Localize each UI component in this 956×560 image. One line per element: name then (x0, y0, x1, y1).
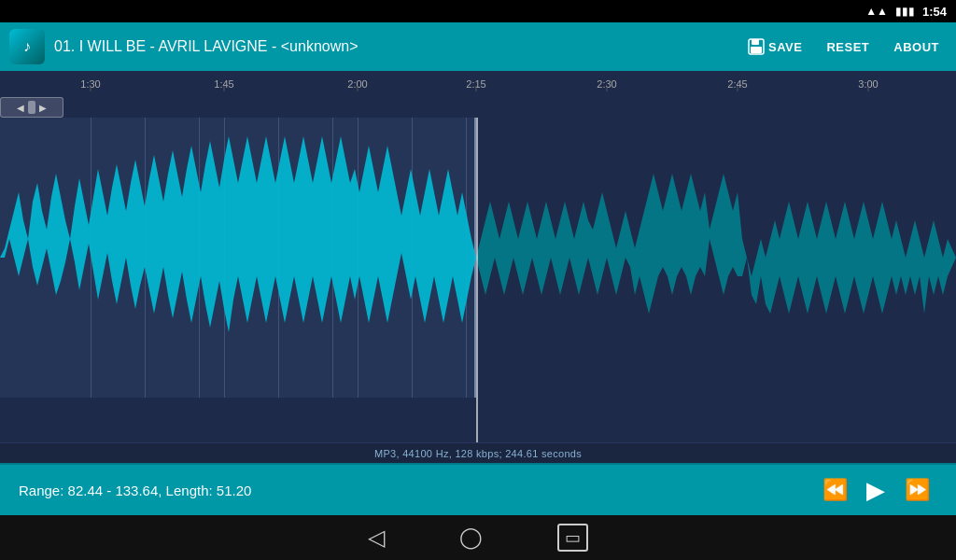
save-icon (748, 38, 765, 55)
svg-rect-2 (751, 47, 762, 53)
scroll-right-arrow: ▶ (39, 103, 47, 113)
waveform-container[interactable]: 1:30 1:45 2:00 2:15 2:30 2:45 3:00 ◀ ▶ (0, 71, 956, 442)
svg-rect-1 (752, 39, 759, 45)
play-button[interactable]: ▶ (855, 469, 896, 511)
scroll-handle[interactable] (28, 101, 35, 114)
wifi-icon: ▲▲ (865, 5, 888, 18)
home-nav-icon[interactable]: ◯ (459, 525, 483, 550)
waveform-canvas[interactable]: // This is decorative - drawn inline bel… (0, 118, 956, 398)
rewind-button[interactable]: ⏪ (814, 469, 855, 511)
play-icon: ▶ (866, 476, 885, 505)
playhead[interactable] (476, 118, 478, 442)
info-text: MP3, 44100 Hz, 128 kbps; 244.61 seconds (374, 448, 582, 459)
about-button[interactable]: ABOUT (886, 36, 947, 58)
reset-button[interactable]: RESET (819, 36, 877, 58)
save-button[interactable]: SAVE (740, 35, 809, 59)
timeline-ruler: 1:30 1:45 2:00 2:15 2:30 2:45 3:00 (0, 71, 956, 91)
status-bar: ▲▲ ▮▮▮ 1:54 (0, 0, 956, 22)
scroll-left-arrow: ◀ (17, 103, 24, 113)
fast-forward-button[interactable]: ⏩ (896, 469, 937, 511)
range-text: Range: 82.44 - 133.64, Length: 51.20 (19, 483, 814, 498)
rewind-icon: ⏪ (822, 478, 848, 502)
back-nav-icon[interactable]: ◁ (368, 525, 385, 551)
status-time: 1:54 (922, 5, 947, 19)
app-icon: ♪ (9, 29, 45, 64)
scroll-indicator[interactable]: ◀ ▶ (0, 97, 63, 118)
recent-nav-icon[interactable]: ▭ (557, 524, 588, 552)
fast-forward-icon: ⏩ (905, 478, 930, 502)
top-bar: ♪ 01. I WILL BE - AVRIL LAVIGNE - <unkno… (0, 22, 956, 71)
waveform-svg: // This is decorative - drawn inline bel… (0, 118, 956, 398)
controls-bar: Range: 82.44 - 133.64, Length: 51.20 ⏪ ▶… (0, 463, 956, 515)
nav-bar: ◁ ◯ ▭ (0, 515, 956, 560)
battery-icon: ▮▮▮ (895, 5, 915, 18)
info-bar: MP3, 44100 Hz, 128 kbps; 244.61 seconds (0, 442, 956, 463)
track-title: 01. I WILL BE - AVRIL LAVIGNE - <unknown… (54, 38, 731, 55)
